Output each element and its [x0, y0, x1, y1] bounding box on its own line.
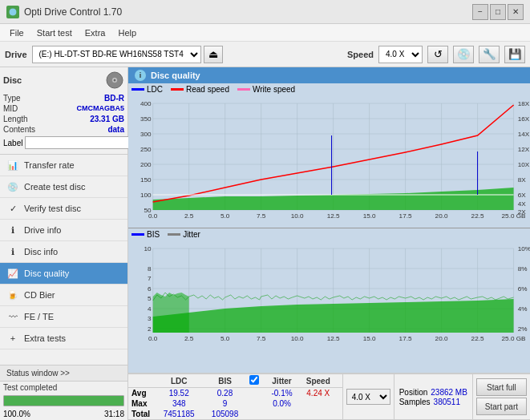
col-header-bis: BIS [202, 374, 248, 388]
svg-text:25.0 GB: 25.0 GB [502, 212, 526, 220]
col-header-jitter: Jitter [263, 374, 301, 388]
svg-text:2.5: 2.5 [184, 212, 194, 220]
svg-text:4X: 4X [518, 200, 527, 208]
drive-eject-button[interactable]: ⏏ [204, 46, 223, 63]
sidebar-item-verify-test-disc[interactable]: ✓ Verify test disc [0, 198, 127, 220]
cd-bier-icon: 🍺 [6, 289, 19, 301]
legend-ldc: LDC [131, 85, 163, 94]
svg-text:20.0: 20.0 [435, 212, 448, 220]
minimize-button[interactable]: − [472, 4, 488, 20]
svg-text:2: 2 [148, 325, 152, 333]
drive-label: Drive [5, 50, 27, 59]
svg-point-0 [9, 8, 17, 16]
status-window-button[interactable]: Status window >> [0, 365, 127, 382]
start-part-button[interactable]: Start part [476, 398, 527, 415]
svg-text:350: 350 [140, 115, 152, 123]
total-bis: 105098 [202, 409, 248, 419]
svg-text:10.0: 10.0 [291, 335, 304, 342]
disc-length-row: Length 23.31 GB [3, 114, 124, 124]
svg-text:6X: 6X [518, 192, 527, 199]
svg-text:8%: 8% [518, 265, 528, 273]
menu-help[interactable]: Help [111, 26, 143, 39]
status-text: Test completed [0, 382, 127, 394]
sidebar-item-transfer-rate[interactable]: 📊 Transfer rate [0, 155, 127, 176]
drive-select[interactable]: (E:) HL-DT-ST BD-RE WH16NS58 TST4 [32, 46, 201, 63]
avg-speed: 4.24 X [301, 388, 336, 399]
save-button[interactable]: 💾 [504, 46, 525, 63]
samples-label: Samples [399, 398, 431, 406]
transfer-rate-icon: 📊 [6, 159, 19, 172]
speed-select[interactable]: 4.0 X [378, 46, 423, 63]
svg-text:4%: 4% [518, 305, 528, 313]
status-progress-container [0, 394, 127, 408]
sidebar-item-disc-info[interactable]: ℹ Disc info [0, 241, 127, 263]
position-row: Position 23862 MB [399, 388, 467, 397]
svg-text:7.5: 7.5 [257, 335, 266, 342]
top-chart-svg: 400 350 300 250 200 150 100 50 18X 16X 1… [128, 95, 530, 220]
svg-text:300: 300 [140, 131, 152, 138]
max-bis: 9 [202, 398, 248, 409]
sidebar-item-extra-tests[interactable]: + Extra tests [0, 328, 127, 349]
position-label: Position [399, 388, 428, 397]
svg-text:0.0: 0.0 [148, 335, 158, 342]
start-full-button[interactable]: Start full [476, 378, 527, 396]
svg-text:10: 10 [144, 245, 152, 252]
svg-text:5: 5 [148, 295, 152, 302]
menu-extra[interactable]: Extra [79, 26, 112, 39]
bottom-chart-legend: BIS Jitter [128, 228, 530, 240]
svg-text:2.5: 2.5 [184, 335, 194, 342]
title-bar: Opti Drive Control 1.70 − □ ✕ [0, 0, 530, 24]
sidebar-item-fe-te[interactable]: 〰 FE / TE [0, 306, 127, 328]
samples-value: 380511 [434, 398, 460, 406]
svg-text:20.0: 20.0 [435, 335, 448, 342]
disc-label-input[interactable] [25, 136, 131, 149]
stats-speed-select[interactable]: 4.0 X [346, 389, 390, 405]
app-icon [6, 6, 19, 18]
svg-text:0.0: 0.0 [148, 212, 158, 220]
top-chart-container: LDC Read speed Write speed [128, 83, 530, 228]
disc-button[interactable]: 💿 [453, 46, 474, 63]
drive-bar: Drive (E:) HL-DT-ST BD-RE WH16NS58 TST4 … [0, 42, 530, 67]
jitter-checkbox[interactable] [249, 375, 259, 385]
maximize-button[interactable]: □ [490, 4, 506, 20]
chart-title: Disc quality [151, 71, 200, 80]
legend-write-speed-color [237, 88, 250, 91]
right-panel: i Disc quality LDC Read speed [128, 67, 530, 420]
menu-starttest[interactable]: Start test [30, 26, 79, 39]
svg-text:200: 200 [140, 161, 152, 168]
menu-file[interactable]: File [3, 26, 30, 39]
settings-button[interactable]: 🔧 [479, 46, 500, 63]
stats-table: LDC BIS Jitter Speed [128, 374, 342, 419]
sidebar-item-disc-quality[interactable]: 📈 Disc quality [0, 263, 127, 285]
legend-read-speed-color [171, 88, 184, 91]
legend-read-speed: Read speed [171, 85, 229, 94]
svg-text:7: 7 [148, 275, 152, 282]
svg-text:15.0: 15.0 [363, 212, 376, 220]
svg-text:17.5: 17.5 [399, 212, 412, 220]
close-button[interactable]: ✕ [508, 4, 524, 20]
samples-row: Samples 380511 [399, 398, 467, 406]
refresh-button[interactable]: ↺ [427, 46, 448, 63]
svg-text:10.0: 10.0 [291, 212, 304, 220]
stats-row-container: LDC BIS Jitter Speed [128, 374, 530, 420]
stats-total-row: Total 7451185 105098 [128, 409, 342, 419]
svg-text:4: 4 [148, 305, 152, 313]
legend-bis: BIS [131, 230, 160, 239]
chart-header-icon: i [135, 70, 146, 81]
sidebar-item-cd-bier[interactable]: 🍺 CD Bier [0, 285, 127, 306]
avg-bis: 0.28 [202, 388, 248, 399]
extra-tests-icon: + [6, 332, 19, 345]
speed-selector-container: 4.0 X [343, 374, 394, 419]
svg-text:22.5: 22.5 [471, 335, 484, 342]
disc-mid-row: MID CMCMAGBA5 [3, 103, 124, 114]
svg-text:22.5: 22.5 [471, 212, 484, 220]
col-header-speed: Speed [301, 374, 336, 388]
sidebar-item-create-test-disc[interactable]: 💿 Create test disc [0, 176, 127, 198]
svg-text:10%: 10% [518, 245, 530, 252]
main-layout: Disc Type BD-R MID CMCMAGBA5 Length 23.3… [0, 67, 530, 420]
verify-test-disc-icon: ✓ [6, 202, 19, 215]
svg-text:14X: 14X [518, 131, 530, 138]
sidebar-item-drive-info[interactable]: ℹ Drive info [0, 220, 127, 241]
svg-text:2%: 2% [518, 325, 528, 333]
svg-text:12X: 12X [518, 146, 530, 153]
